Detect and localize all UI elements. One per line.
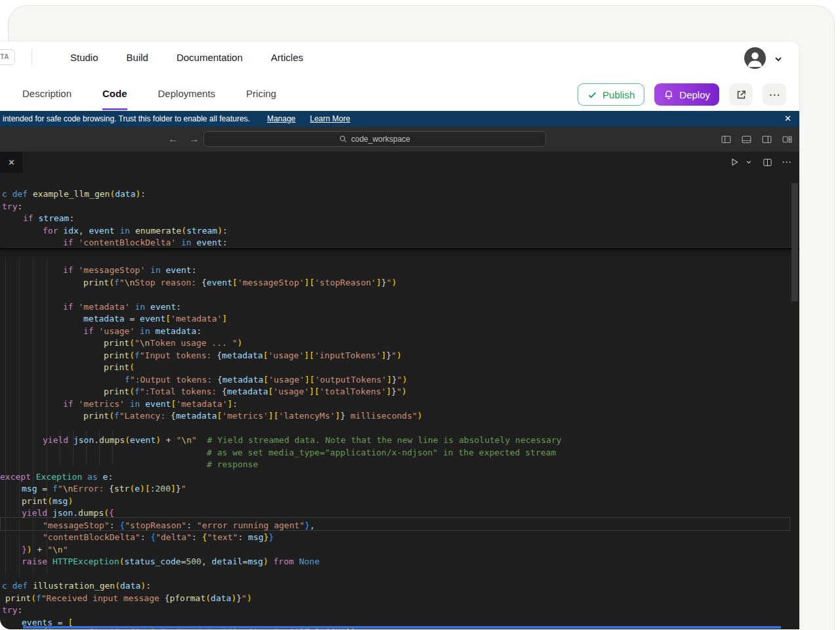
code-line: f":Output tokens: {metadata['usage']['ou… bbox=[125, 373, 408, 386]
editor-more-icon[interactable]: ⋯ bbox=[782, 156, 791, 168]
panel-bottom-icon[interactable] bbox=[739, 132, 753, 146]
command-center-search[interactable]: code_workspace bbox=[203, 131, 546, 147]
editor-titlebar: ← → code_workspace bbox=[0, 127, 799, 152]
avatar[interactable] bbox=[744, 47, 766, 69]
code-line: print(f"Input tokens: {metadata['usage']… bbox=[104, 349, 402, 362]
code-line: msg = f"\nError: {str(e)[:200]}" bbox=[22, 482, 186, 495]
code-line: yield json.dumps({ bbox=[22, 507, 114, 519]
code-line: except Exception as e: bbox=[0, 471, 113, 483]
primary-nav: StudioBuildDocumentationArticles bbox=[70, 41, 303, 74]
tab-pricing[interactable]: Pricing bbox=[246, 79, 276, 110]
nav-item-studio[interactable]: Studio bbox=[70, 41, 98, 74]
external-link-icon bbox=[736, 89, 747, 100]
banner-message: intended for safe code browsing. Trust t… bbox=[3, 114, 250, 123]
code-line: try: bbox=[2, 200, 22, 213]
tab-description[interactable]: Description bbox=[22, 79, 72, 110]
code-line: try: bbox=[2, 604, 22, 616]
layout-custom-icon[interactable] bbox=[780, 132, 794, 146]
layout-controls bbox=[719, 132, 794, 146]
run-chevron-icon[interactable] bbox=[746, 159, 752, 165]
page-tabs-row: DescriptionCodeDeploymentsPricing Publis… bbox=[0, 74, 799, 111]
back-arrow-icon[interactable]: ← bbox=[168, 127, 178, 152]
nav-item-articles[interactable]: Articles bbox=[271, 41, 303, 74]
code-line: print(f":Total tokens: {metadata['usage'… bbox=[104, 385, 407, 398]
code-line: if 'metrics' in event['metadata']: bbox=[63, 398, 238, 410]
ellipsis-icon: ⋯ bbox=[769, 88, 780, 102]
code-line: print(f"Latency: {metadata['metrics']['l… bbox=[83, 410, 423, 422]
code-line: if stream: bbox=[23, 212, 74, 224]
nav-item-build[interactable]: Build bbox=[127, 41, 148, 74]
code-line: # as we set media_type="application/x-nd… bbox=[207, 446, 556, 459]
panel-right-icon[interactable] bbox=[759, 132, 774, 146]
code-line: # response bbox=[207, 458, 258, 471]
code-line: print("\nToken usage ... ") bbox=[104, 337, 242, 349]
page-actions: Publish Deploy ⋯ bbox=[578, 83, 786, 106]
nav-divider bbox=[32, 49, 32, 66]
code-line: {"messageStart": {"role": "assistant"}, … bbox=[43, 625, 361, 629]
code-line: yield json.dumps(event) + "\n" # Yield s… bbox=[43, 434, 562, 446]
editor-actions: ⋯ bbox=[730, 152, 791, 173]
code-editor[interactable]: print(event['contentBlockDelta']['delta'… bbox=[0, 173, 799, 629]
run-play-icon[interactable] bbox=[730, 158, 739, 167]
tab-close-icon[interactable]: ✕ bbox=[0, 152, 24, 173]
nav-item-documentation[interactable]: Documentation bbox=[177, 41, 243, 74]
avatar-person-icon bbox=[744, 47, 766, 69]
code-line: print(f"\nStop reason: {event['messageSt… bbox=[83, 276, 396, 289]
code-line: if 'contentBlockDelta' in event: bbox=[63, 236, 227, 249]
tab-deployments[interactable]: Deployments bbox=[158, 79, 216, 110]
code-line: print(f"Received input message {pformat(… bbox=[5, 592, 252, 604]
chevron-down-icon[interactable] bbox=[774, 54, 783, 64]
more-actions-button[interactable]: ⋯ bbox=[763, 83, 786, 106]
top-navbar: ETA StudioBuildDocumentationArticles bbox=[0, 41, 799, 74]
code-line: metadata = event['metadata'] bbox=[83, 312, 227, 325]
code-line: if 'metadata' in event: bbox=[63, 301, 181, 313]
deploy-label: Deploy bbox=[679, 89, 710, 100]
publish-button[interactable]: Publish bbox=[578, 83, 644, 106]
code-line: if 'usage' in metadata: bbox=[83, 325, 201, 337]
forward-arrow-icon[interactable]: → bbox=[189, 127, 200, 152]
restricted-mode-banner: intended for safe code browsing. Trust t… bbox=[0, 111, 799, 127]
code-line: for idx, event in enumerate(stream): bbox=[43, 224, 228, 237]
workspace-name: code_workspace bbox=[351, 135, 410, 144]
code-line: raise HTTPException(status_code=500, det… bbox=[22, 555, 320, 568]
beta-badge: ETA bbox=[0, 49, 15, 65]
code-line: if 'messageStop' in event: bbox=[63, 264, 197, 276]
open-external-button[interactable] bbox=[729, 83, 753, 106]
code-line: "messageStop": {"stopReason": "error run… bbox=[43, 519, 315, 532]
split-editor-icon[interactable] bbox=[763, 158, 772, 167]
sticky-scroll: c def example_llm_gen(data):try:if strea… bbox=[0, 173, 799, 249]
editor-tabbar: ✕ ⋯ bbox=[0, 152, 799, 173]
panel-left-icon[interactable] bbox=[719, 132, 733, 146]
code-line: print( bbox=[104, 361, 135, 373]
check-icon bbox=[587, 90, 597, 100]
code-line: c def example_llm_gen(data): bbox=[2, 188, 146, 200]
publish-label: Publish bbox=[602, 89, 635, 100]
app-card: ETA StudioBuildDocumentationArticles Des… bbox=[0, 41, 800, 630]
banner-manage-link[interactable]: Manage bbox=[267, 114, 295, 123]
banner-close-icon[interactable]: ✕ bbox=[784, 114, 791, 123]
code-line: "contentBlockDelta": {"delta": {"text": … bbox=[43, 531, 274, 543]
deploy-button[interactable]: Deploy bbox=[654, 83, 719, 106]
editor-scrollbar[interactable] bbox=[791, 183, 798, 301]
page-tabs: DescriptionCodeDeploymentsPricing bbox=[22, 79, 276, 111]
bell-icon bbox=[663, 89, 674, 100]
tab-code[interactable]: Code bbox=[102, 79, 127, 110]
code-line: print(msg) bbox=[22, 495, 73, 507]
code-line: c def illustration_gen(data): bbox=[2, 579, 151, 592]
banner-learn-more-link[interactable]: Learn More bbox=[310, 114, 350, 123]
code-line: }) + "\n" bbox=[22, 543, 68, 556]
search-magnifier-icon bbox=[339, 135, 347, 143]
